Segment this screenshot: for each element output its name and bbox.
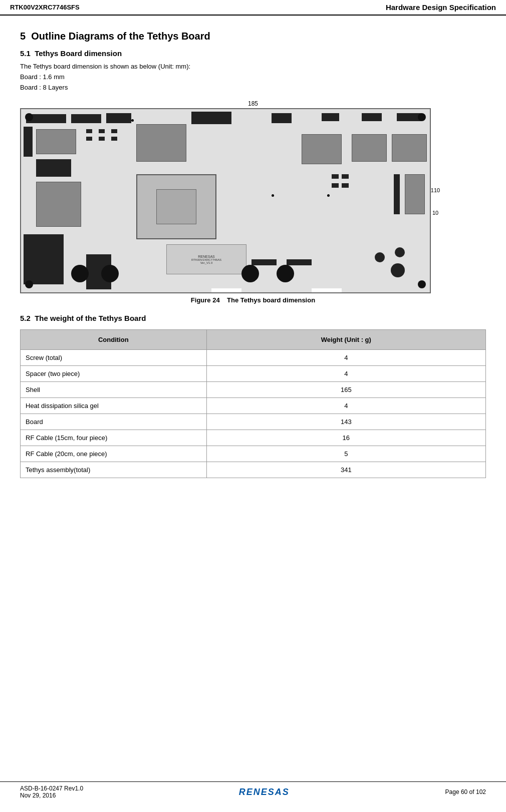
pcb-circle-r1 bbox=[391, 263, 405, 277]
weight-cell: 4 bbox=[206, 366, 485, 382]
pcb-hole-tr bbox=[418, 113, 426, 121]
table-row: Screw (total) 4 bbox=[21, 350, 486, 366]
pcb-circle-r2 bbox=[375, 252, 385, 262]
dot1 bbox=[131, 119, 134, 122]
pcb-hole-br bbox=[418, 280, 426, 288]
condition-cell: Spacer (two piece) bbox=[21, 366, 207, 382]
diagram-container: 185 bbox=[20, 100, 486, 293]
col-header-condition: Condition bbox=[21, 330, 207, 350]
weight-table: Condition Weight (Unit : g) Screw (total… bbox=[20, 329, 486, 478]
table-row: Spacer (two piece) 4 bbox=[21, 366, 486, 382]
diagram-row: RENESAS RTK00V2XRC7746AS Ver_V1.0 bbox=[20, 108, 486, 293]
pcb-rs4 bbox=[342, 183, 349, 188]
pcb-comp-9 bbox=[24, 127, 33, 157]
pcb-comp-11 bbox=[36, 159, 71, 177]
pcb-comp-r3 bbox=[392, 134, 427, 162]
dot3 bbox=[327, 194, 330, 197]
footer-date: Nov 29, 2016 bbox=[20, 792, 83, 799]
table-row: Board 143 bbox=[21, 414, 486, 430]
pcb-s1 bbox=[86, 129, 92, 133]
weight-cell: 165 bbox=[206, 382, 485, 398]
section5-title: 5 Outline Diagrams of the Tethys Board bbox=[20, 31, 486, 42]
pcb-big-circle2 bbox=[101, 265, 119, 282]
board-thickness: Board : 1.6 mm bbox=[20, 73, 486, 81]
pcb-comp-r2 bbox=[352, 134, 387, 162]
pcb-comp-bl bbox=[24, 234, 64, 284]
pcb-right-chip2 bbox=[394, 174, 400, 214]
pcb-big-circle1 bbox=[71, 265, 89, 282]
section51-title: 5.1 Tethys Board dimension bbox=[20, 49, 486, 58]
pcb-s4 bbox=[86, 137, 92, 141]
pcb-comp-2 bbox=[71, 114, 101, 123]
pcb-main-chip bbox=[136, 124, 186, 162]
weight-cell: 5 bbox=[206, 446, 485, 462]
dim-label-right: 10 110 bbox=[431, 108, 440, 293]
board-desc: The Tethys board dimension is shown as b… bbox=[20, 63, 486, 70]
dot2 bbox=[272, 194, 274, 197]
pcb-s6 bbox=[111, 137, 117, 141]
table-header-row: Condition Weight (Unit : g) bbox=[21, 330, 486, 350]
pcb-slot2 bbox=[312, 288, 342, 292]
pcb-comp-4 bbox=[191, 112, 231, 124]
weight-cell: 16 bbox=[206, 430, 485, 446]
pcb-comp-r1 bbox=[302, 134, 342, 164]
pcb-hole-bl bbox=[25, 280, 33, 288]
pcb-bs1 bbox=[251, 259, 277, 265]
table-row: Tethys assembly(total) 341 bbox=[21, 462, 486, 478]
pcb-s5 bbox=[99, 137, 105, 141]
pcb-comp-12 bbox=[36, 182, 81, 227]
table-row: Heat dissipation silica gel 4 bbox=[21, 398, 486, 414]
weight-cell: 4 bbox=[206, 398, 485, 414]
pcb-board: RENESAS RTK00V2XRC7746AS Ver_V1.0 bbox=[20, 108, 431, 293]
pcb-center-chip bbox=[136, 174, 216, 239]
pcb-comp-10 bbox=[36, 129, 76, 154]
condition-cell: Heat dissipation silica gel bbox=[21, 398, 207, 414]
condition-cell: RF Cable (20cm, one piece) bbox=[21, 446, 207, 462]
renesas-logo-text: RENESAS bbox=[239, 787, 290, 797]
pcb-hole-tl bbox=[25, 113, 33, 121]
table-row: RF Cable (15cm, four piece) 16 bbox=[21, 430, 486, 446]
footer-left: ASD-B-16-0247 Rev1.0 Nov 29, 2016 bbox=[20, 785, 83, 799]
figure24-caption: Figure 24 The Tethys board dimension bbox=[20, 296, 486, 304]
table-row: RF Cable (20cm, one piece) 5 bbox=[21, 446, 486, 462]
pcb-circle-r3 bbox=[395, 247, 405, 257]
condition-cell: RF Cable (15cm, four piece) bbox=[21, 430, 207, 446]
condition-cell: Screw (total) bbox=[21, 350, 207, 366]
renesas-logo: RENESAS bbox=[239, 787, 290, 797]
footer-page: Page 60 of 102 bbox=[445, 788, 486, 795]
pcb-bs2 bbox=[287, 259, 312, 265]
dim-label-top: 185 bbox=[20, 100, 486, 107]
pcb-big-circle3 bbox=[241, 265, 259, 282]
pcb-s3 bbox=[111, 129, 117, 133]
pcb-label-box: RENESAS RTK00V2XRC7746AS Ver_V1.0 bbox=[166, 244, 246, 274]
condition-cell: Tethys assembly(total) bbox=[21, 462, 207, 478]
weight-cell: 4 bbox=[206, 350, 485, 366]
pcb-slot1 bbox=[211, 288, 241, 292]
pcb-rs3 bbox=[332, 183, 339, 188]
condition-cell: Shell bbox=[21, 382, 207, 398]
section52-title: 5.2 The weight of the Tethys Board bbox=[20, 314, 486, 322]
page-footer: ASD-B-16-0247 Rev1.0 Nov 29, 2016 RENESA… bbox=[0, 781, 506, 802]
board-layers: Board : 8 Layers bbox=[20, 84, 486, 91]
pcb-comp-3 bbox=[106, 113, 131, 123]
weight-cell: 341 bbox=[206, 462, 485, 478]
table-row: Shell 165 bbox=[21, 382, 486, 398]
pcb-comp-6 bbox=[322, 113, 339, 121]
pcb-rs1 bbox=[332, 174, 339, 179]
pcb-s2 bbox=[99, 129, 105, 133]
pcb-right-chip1 bbox=[405, 174, 425, 214]
condition-cell: Board bbox=[21, 414, 207, 430]
main-content: 5 Outline Diagrams of the Tethys Board 5… bbox=[0, 16, 506, 488]
header-left: RTK00V2XRC7746SFS bbox=[10, 4, 80, 11]
pcb-big-circle4 bbox=[277, 265, 294, 282]
header-right: Hardware Design Specification bbox=[386, 3, 496, 12]
footer-revision: ASD-B-16-0247 Rev1.0 bbox=[20, 785, 83, 792]
pcb-comp-7 bbox=[362, 113, 382, 121]
col-header-weight: Weight (Unit : g) bbox=[206, 330, 485, 350]
weight-cell: 143 bbox=[206, 414, 485, 430]
pcb-rs2 bbox=[342, 174, 349, 179]
page-header: RTK00V2XRC7746SFS Hardware Design Specif… bbox=[0, 0, 506, 16]
pcb-comp-5 bbox=[272, 113, 292, 123]
